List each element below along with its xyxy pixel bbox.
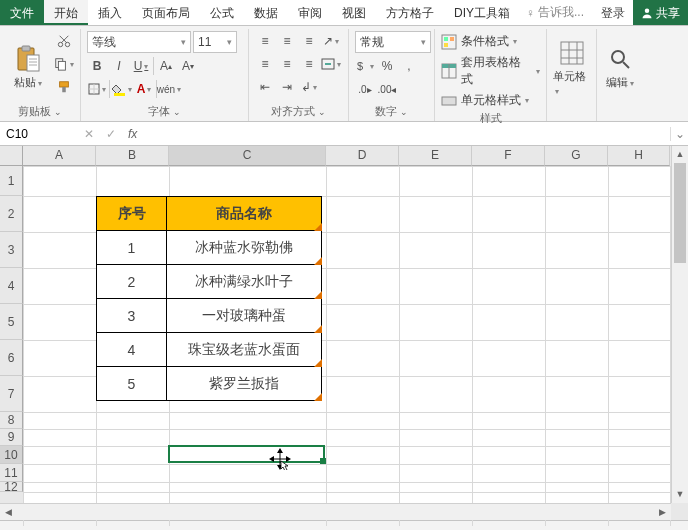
cell-id[interactable]: 5 bbox=[97, 367, 167, 401]
row-header-1[interactable]: 1 bbox=[0, 166, 23, 196]
row-headers: 123456789101112 bbox=[0, 166, 23, 492]
person-icon bbox=[641, 7, 653, 19]
select-all-corner[interactable] bbox=[0, 146, 23, 166]
name-box[interactable]: ▾ bbox=[0, 123, 78, 145]
paste-button[interactable]: 粘贴 bbox=[6, 29, 50, 102]
tab-file[interactable]: 文件 bbox=[0, 0, 44, 25]
wrap-text-button[interactable]: ↲ bbox=[299, 77, 319, 97]
vscroll-thumb[interactable] bbox=[674, 163, 686, 263]
cell-id[interactable]: 3 bbox=[97, 299, 167, 333]
align-left-button[interactable]: ≡ bbox=[255, 54, 275, 74]
border-button[interactable] bbox=[87, 79, 107, 99]
underline-button[interactable]: U bbox=[131, 56, 151, 76]
phonetic-button[interactable]: wén bbox=[159, 79, 179, 99]
cell-name[interactable]: 一对玻璃种蛋 bbox=[167, 299, 322, 333]
cell-name[interactable]: 紫罗兰扳指 bbox=[167, 367, 322, 401]
align-top-button[interactable]: ≡ bbox=[255, 31, 275, 51]
horizontal-scrollbar[interactable]: ◀ ▶ bbox=[0, 503, 671, 520]
row-header-2[interactable]: 2 bbox=[0, 196, 23, 232]
editing-button[interactable]: 编辑 bbox=[603, 29, 637, 102]
table-row: 4珠宝级老蓝水蛋面 bbox=[97, 333, 322, 367]
tab-view[interactable]: 视图 bbox=[332, 0, 376, 25]
cell-id[interactable]: 2 bbox=[97, 265, 167, 299]
scroll-up-button[interactable]: ▲ bbox=[672, 146, 688, 163]
fill-color-button[interactable] bbox=[112, 79, 132, 99]
cut-button[interactable] bbox=[54, 31, 74, 51]
tab-data[interactable]: 数据 bbox=[244, 0, 288, 25]
cell-name[interactable]: 冰种满绿水叶子 bbox=[167, 265, 322, 299]
tab-formulas[interactable]: 公式 bbox=[200, 0, 244, 25]
cell-name[interactable]: 冰种蓝水弥勒佛 bbox=[167, 231, 322, 265]
conditional-format-button[interactable]: 条件格式▾ bbox=[441, 33, 540, 50]
col-header-E[interactable]: E bbox=[399, 146, 472, 166]
align-right-button[interactable]: ≡ bbox=[299, 54, 319, 74]
col-header-C[interactable]: C bbox=[169, 146, 326, 166]
scroll-left-button[interactable]: ◀ bbox=[0, 507, 17, 517]
col-header-G[interactable]: G bbox=[545, 146, 608, 166]
svg-point-7 bbox=[58, 42, 62, 46]
tab-home[interactable]: 开始 bbox=[44, 0, 88, 25]
svg-point-35 bbox=[612, 51, 624, 63]
grow-font-button[interactable]: A▴ bbox=[156, 56, 176, 76]
col-header-F[interactable]: F bbox=[472, 146, 545, 166]
col-header-D[interactable]: D bbox=[326, 146, 399, 166]
decrease-indent-button[interactable]: ⇤ bbox=[255, 77, 275, 97]
row-header-7[interactable]: 7 bbox=[0, 376, 23, 412]
login-button[interactable]: 登录 bbox=[593, 0, 633, 25]
row-header-10[interactable]: 10 bbox=[0, 446, 23, 464]
tab-review[interactable]: 审阅 bbox=[288, 0, 332, 25]
cell-style-icon bbox=[441, 93, 457, 109]
percent-button[interactable]: % bbox=[377, 56, 397, 76]
cell-id[interactable]: 1 bbox=[97, 231, 167, 265]
copy-button[interactable] bbox=[54, 54, 74, 74]
row-header-3[interactable]: 3 bbox=[0, 232, 23, 268]
orientation-button[interactable]: ↗ bbox=[321, 31, 341, 51]
increase-decimal-button[interactable]: .0▸ bbox=[355, 79, 375, 99]
row-header-9[interactable]: 9 bbox=[0, 429, 23, 446]
format-as-table-button[interactable]: 套用表格格式▾ bbox=[441, 54, 540, 88]
expand-formula-button[interactable]: ⌄ bbox=[670, 127, 688, 141]
tab-insert[interactable]: 插入 bbox=[88, 0, 132, 25]
font-color-button[interactable]: A bbox=[134, 79, 154, 99]
row-header-12[interactable]: 12 bbox=[0, 482, 23, 492]
vertical-scrollbar[interactable]: ▲ ▼ bbox=[671, 146, 688, 503]
svg-rect-23 bbox=[444, 37, 448, 41]
decrease-decimal-button[interactable]: .00◂ bbox=[377, 79, 397, 99]
cell-name[interactable]: 珠宝级老蓝水蛋面 bbox=[167, 333, 322, 367]
col-header-B[interactable]: B bbox=[96, 146, 169, 166]
bold-button[interactable]: B bbox=[87, 56, 107, 76]
increase-indent-button[interactable]: ⇥ bbox=[277, 77, 297, 97]
paste-icon bbox=[14, 45, 42, 73]
format-painter-button[interactable] bbox=[54, 77, 74, 97]
formula-input[interactable] bbox=[143, 123, 670, 145]
scroll-right-button[interactable]: ▶ bbox=[654, 507, 671, 517]
cell-styles-button[interactable]: 单元格样式▾ bbox=[441, 92, 540, 109]
insert-function-button[interactable]: fx bbox=[122, 127, 143, 141]
align-middle-button[interactable]: ≡ bbox=[277, 31, 297, 51]
currency-button[interactable]: $ bbox=[355, 56, 375, 76]
row-header-4[interactable]: 4 bbox=[0, 268, 23, 304]
tab-ffgz[interactable]: 方方格子 bbox=[376, 0, 444, 25]
tab-diy[interactable]: DIY工具箱 bbox=[444, 0, 520, 25]
tell-me[interactable]: ♀告诉我... bbox=[520, 0, 590, 25]
share-button[interactable]: 共享 bbox=[633, 0, 688, 25]
col-header-H[interactable]: H bbox=[608, 146, 670, 166]
merge-button[interactable] bbox=[321, 54, 341, 74]
row-header-6[interactable]: 6 bbox=[0, 340, 23, 376]
col-header-A[interactable]: A bbox=[23, 146, 96, 166]
tab-page-layout[interactable]: 页面布局 bbox=[132, 0, 200, 25]
comma-button[interactable]: , bbox=[399, 56, 419, 76]
shrink-font-button[interactable]: A▾ bbox=[178, 56, 198, 76]
scroll-down-button[interactable]: ▼ bbox=[672, 486, 688, 503]
font-size-combo[interactable]: 11▾ bbox=[193, 31, 237, 53]
cells-area[interactable]: 序号商品名称1冰种蓝水弥勒佛2冰种满绿水叶子3一对玻璃种蛋4珠宝级老蓝水蛋面5紫… bbox=[23, 166, 671, 503]
cells-button[interactable]: 单元格 bbox=[553, 29, 590, 102]
cell-id[interactable]: 4 bbox=[97, 333, 167, 367]
align-center-button[interactable]: ≡ bbox=[277, 54, 297, 74]
font-name-combo[interactable]: 等线▾ bbox=[87, 31, 191, 53]
number-format-combo[interactable]: 常规▾ bbox=[355, 31, 431, 53]
row-header-5[interactable]: 5 bbox=[0, 304, 23, 340]
align-bottom-button[interactable]: ≡ bbox=[299, 31, 319, 51]
italic-button[interactable]: I bbox=[109, 56, 129, 76]
row-header-8[interactable]: 8 bbox=[0, 412, 23, 429]
